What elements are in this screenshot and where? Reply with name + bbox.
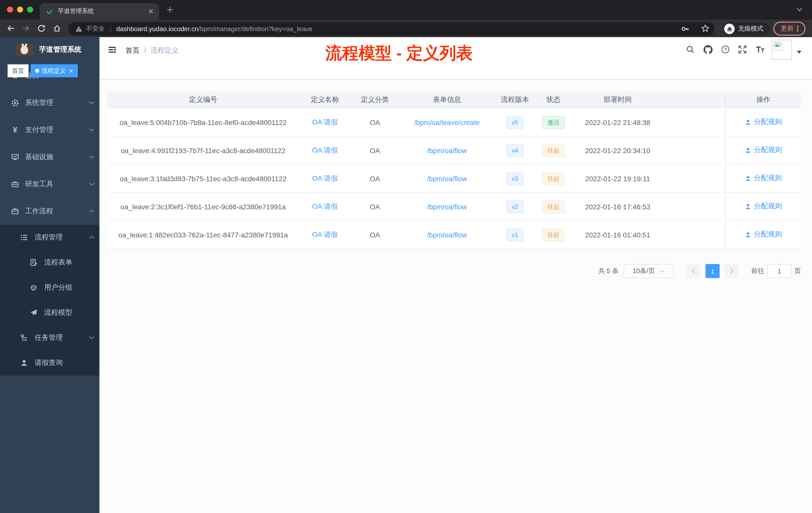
fullscreen-icon[interactable] — [738, 45, 747, 54]
tab-close-icon[interactable] — [148, 8, 154, 14]
browser-tab[interactable]: 芋道管理系统 — [40, 3, 159, 20]
tab-search-chevron-icon[interactable] — [796, 7, 803, 11]
font-size-icon[interactable] — [756, 45, 765, 54]
cell-definition-id: oa_leave:1:482ec033-762a-11ec-8477-a2380… — [107, 221, 299, 249]
chevron-down-icon — [89, 336, 94, 340]
sidebar-item-process-form[interactable]: 流程表单 — [0, 250, 99, 275]
screen: 芋道管理系统 不安全 dashboard.yudao.iocoder.cn/bp… — [0, 0, 812, 513]
sidebar-item-label: 流程模型 — [44, 308, 72, 317]
update-label: 更新 — [781, 24, 794, 33]
page-number-1[interactable]: 1 — [705, 264, 720, 278]
sidebar-item-label: 任务管理 — [35, 333, 63, 342]
tag-home[interactable]: 首页 — [7, 64, 29, 77]
sidebar-item-workflow[interactable]: 工作流程 — [0, 198, 99, 225]
sidebar-item-devtools[interactable]: 研发工具 — [0, 171, 99, 198]
assign-rule-button[interactable]: 分配规则 — [745, 146, 782, 155]
chevron-up-icon — [89, 235, 94, 239]
reload-icon[interactable] — [37, 24, 46, 33]
sidebar-item-infrastructure[interactable]: 基础设施 — [0, 144, 99, 171]
user-icon — [20, 359, 28, 367]
address-bar[interactable]: 不安全 dashboard.yudao.iocoder.cn/bpm/manag… — [68, 22, 715, 36]
bookmark-star-icon[interactable] — [701, 24, 709, 33]
form-link[interactable]: /bpm/oa/flow — [427, 203, 467, 211]
url-host: dashboard.yudao.iocoder.cn — [116, 25, 198, 33]
goto-page-input[interactable] — [767, 264, 791, 278]
definition-name-link[interactable]: OA 请假 — [312, 174, 338, 182]
send-icon — [30, 309, 38, 317]
tag-close-icon[interactable] — [69, 68, 73, 73]
status-badge: 激活 — [542, 116, 565, 129]
definition-name-link[interactable]: OA 请假 — [312, 146, 338, 154]
cell-deploy-time: 2022-01-16 01:40:51 — [572, 221, 664, 249]
form-link[interactable]: /bpm/oa/flow — [427, 146, 467, 154]
robot-icon — [30, 283, 38, 292]
chevron-down-icon — [89, 101, 94, 105]
sidebar-item-task-management[interactable]: 任务管理 — [0, 325, 99, 350]
column-header-actions: 操作 — [726, 91, 801, 108]
sidebar-item-process-management[interactable]: 流程管理 — [0, 225, 99, 250]
next-page-button[interactable] — [725, 264, 739, 278]
forward-icon[interactable] — [22, 24, 30, 33]
definition-name-link[interactable]: OA 请假 — [312, 118, 338, 126]
goto-label: 前往 — [751, 267, 764, 276]
cell-deploy-time: 2022-01-22 19:19:11 — [572, 164, 664, 192]
sidebar-item-payment[interactable]: ¥ 支付管理 — [0, 117, 99, 144]
assign-rule-button[interactable]: 分配规则 — [745, 118, 782, 127]
home-icon[interactable] — [53, 24, 61, 33]
sidebar-item-process-model[interactable]: 流程模型 — [0, 300, 99, 325]
avatar[interactable] — [772, 40, 792, 60]
page-size-select[interactable]: 10条/页 — [624, 264, 674, 278]
new-tab-button[interactable] — [167, 6, 173, 13]
password-key-icon[interactable] — [681, 25, 690, 33]
sidebar-item-label: 工作流程 — [25, 207, 53, 216]
form-link[interactable]: /bpm/oa/flow — [427, 175, 467, 182]
column-header-name: 定义名称 — [299, 91, 350, 108]
sidebar-item-system[interactable]: 系统管理 — [0, 89, 99, 117]
definition-name-link[interactable]: OA 请假 — [312, 202, 338, 210]
breadcrumb-home-link[interactable]: 首页 — [125, 46, 140, 55]
browser-menu-kebab-icon[interactable] — [797, 25, 798, 32]
assign-rule-button[interactable]: 分配规则 — [745, 174, 782, 183]
status-badge: 挂起 — [542, 144, 565, 157]
window-close-button[interactable] — [7, 6, 13, 12]
status-badge: 挂起 — [542, 228, 565, 241]
definition-table: 定义编号 定义名称 定义分类 表单信息 流程版本 状态 部署时间 操作 oa_l… — [107, 91, 801, 249]
sidebar-item-leave-query[interactable]: 请假查询 — [0, 350, 99, 375]
browser-update-button[interactable]: 更新 — [773, 22, 806, 36]
assign-rule-button[interactable]: 分配规则 — [745, 202, 782, 211]
window-zoom-button[interactable] — [27, 6, 33, 12]
form-link[interactable]: /bpm/oa/leave/create — [414, 118, 480, 126]
column-header-filler — [664, 91, 726, 108]
help-icon[interactable]: ? — [721, 45, 730, 54]
back-icon[interactable] — [6, 24, 15, 33]
window-minimize-button[interactable] — [17, 6, 23, 12]
cell-definition-id: oa_leave:2:3c1f0ef1-76b1-11ec-9c66-a2380… — [107, 192, 299, 221]
sidebar-logo-row[interactable]: 芋道管理系统 — [0, 37, 99, 62]
search-icon[interactable] — [686, 45, 695, 54]
avatar-caret-icon[interactable] — [797, 51, 802, 54]
main-content: 定义编号 定义名称 定义分类 表单信息 流程版本 状态 部署时间 操作 oa_l… — [99, 80, 812, 513]
prev-page-button[interactable] — [687, 264, 700, 278]
person-icon — [745, 203, 752, 210]
svg-text:?: ? — [724, 47, 727, 52]
person-icon — [745, 119, 752, 125]
sidebar-item-label: 流程表单 — [44, 258, 72, 267]
github-icon[interactable] — [703, 45, 713, 54]
logo-image — [16, 44, 33, 56]
not-secure-warning-icon — [75, 26, 82, 32]
cell-definition-id: oa_leave:5:004b710b-7b8a-11ec-8ef0-acde4… — [107, 108, 299, 136]
version-badge: v2 — [506, 200, 523, 213]
cell-category: OA — [350, 164, 399, 192]
version-badge: v3 — [506, 172, 523, 185]
status-badge: 挂起 — [542, 172, 565, 185]
assign-rule-button[interactable]: 分配规则 — [745, 230, 782, 239]
chevron-down-icon — [660, 269, 665, 273]
sidebar-item-user-group[interactable]: 用户分组 — [0, 275, 99, 300]
person-icon — [745, 175, 752, 182]
sidebar-collapse-icon[interactable] — [108, 46, 116, 54]
cell-category: OA — [350, 136, 399, 164]
list-icon — [20, 233, 28, 241]
definition-name-link[interactable]: OA 请假 — [312, 230, 338, 238]
tag-process-definition[interactable]: 流程定义 — [31, 64, 78, 77]
form-link[interactable]: /bpm/oa/flow — [427, 231, 467, 239]
